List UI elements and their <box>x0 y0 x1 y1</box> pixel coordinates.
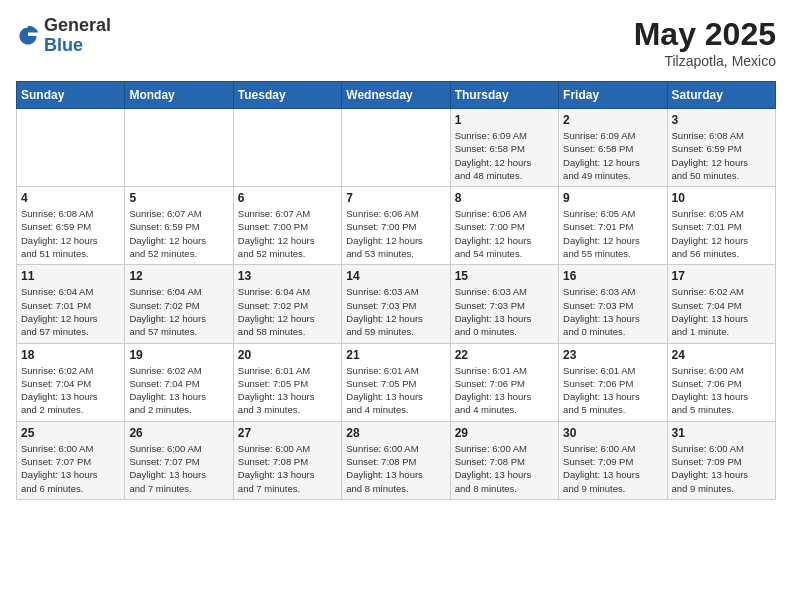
calendar-cell: 1Sunrise: 6:09 AM Sunset: 6:58 PM Daylig… <box>450 109 558 187</box>
calendar-cell: 28Sunrise: 6:00 AM Sunset: 7:08 PM Dayli… <box>342 421 450 499</box>
title-area: May 2025 Tilzapotla, Mexico <box>634 16 776 69</box>
logo-general-text: General <box>44 15 111 35</box>
day-of-week-header: Wednesday <box>342 82 450 109</box>
day-number: 2 <box>563 113 662 127</box>
day-number: 20 <box>238 348 337 362</box>
logo: General Blue <box>16 16 111 56</box>
day-info: Sunrise: 6:08 AM Sunset: 6:59 PM Dayligh… <box>672 129 771 182</box>
general-blue-logo-icon <box>16 24 40 48</box>
calendar-cell <box>342 109 450 187</box>
calendar-cell: 13Sunrise: 6:04 AM Sunset: 7:02 PM Dayli… <box>233 265 341 343</box>
calendar-cell: 12Sunrise: 6:04 AM Sunset: 7:02 PM Dayli… <box>125 265 233 343</box>
day-info: Sunrise: 6:00 AM Sunset: 7:09 PM Dayligh… <box>563 442 662 495</box>
day-number: 24 <box>672 348 771 362</box>
day-number: 9 <box>563 191 662 205</box>
day-number: 29 <box>455 426 554 440</box>
day-number: 12 <box>129 269 228 283</box>
day-of-week-header: Friday <box>559 82 667 109</box>
day-info: Sunrise: 6:05 AM Sunset: 7:01 PM Dayligh… <box>563 207 662 260</box>
calendar-cell: 15Sunrise: 6:03 AM Sunset: 7:03 PM Dayli… <box>450 265 558 343</box>
day-info: Sunrise: 6:00 AM Sunset: 7:07 PM Dayligh… <box>129 442 228 495</box>
calendar-cell: 29Sunrise: 6:00 AM Sunset: 7:08 PM Dayli… <box>450 421 558 499</box>
calendar-cell <box>17 109 125 187</box>
day-number: 31 <box>672 426 771 440</box>
day-number: 27 <box>238 426 337 440</box>
day-info: Sunrise: 6:01 AM Sunset: 7:06 PM Dayligh… <box>563 364 662 417</box>
calendar-cell: 2Sunrise: 6:09 AM Sunset: 6:58 PM Daylig… <box>559 109 667 187</box>
day-number: 7 <box>346 191 445 205</box>
day-info: Sunrise: 6:06 AM Sunset: 7:00 PM Dayligh… <box>455 207 554 260</box>
day-info: Sunrise: 6:01 AM Sunset: 7:05 PM Dayligh… <box>238 364 337 417</box>
day-info: Sunrise: 6:03 AM Sunset: 7:03 PM Dayligh… <box>455 285 554 338</box>
day-of-week-header: Monday <box>125 82 233 109</box>
day-of-week-header: Tuesday <box>233 82 341 109</box>
day-info: Sunrise: 6:03 AM Sunset: 7:03 PM Dayligh… <box>563 285 662 338</box>
calendar-cell: 4Sunrise: 6:08 AM Sunset: 6:59 PM Daylig… <box>17 187 125 265</box>
day-number: 16 <box>563 269 662 283</box>
calendar-cell: 11Sunrise: 6:04 AM Sunset: 7:01 PM Dayli… <box>17 265 125 343</box>
calendar-header-row: SundayMondayTuesdayWednesdayThursdayFrid… <box>17 82 776 109</box>
day-number: 10 <box>672 191 771 205</box>
calendar-cell: 20Sunrise: 6:01 AM Sunset: 7:05 PM Dayli… <box>233 343 341 421</box>
month-year-title: May 2025 <box>634 16 776 53</box>
day-info: Sunrise: 6:00 AM Sunset: 7:08 PM Dayligh… <box>238 442 337 495</box>
day-info: Sunrise: 6:07 AM Sunset: 7:00 PM Dayligh… <box>238 207 337 260</box>
day-info: Sunrise: 6:04 AM Sunset: 7:02 PM Dayligh… <box>238 285 337 338</box>
day-number: 15 <box>455 269 554 283</box>
day-info: Sunrise: 6:02 AM Sunset: 7:04 PM Dayligh… <box>672 285 771 338</box>
day-info: Sunrise: 6:01 AM Sunset: 7:06 PM Dayligh… <box>455 364 554 417</box>
day-info: Sunrise: 6:01 AM Sunset: 7:05 PM Dayligh… <box>346 364 445 417</box>
day-info: Sunrise: 6:00 AM Sunset: 7:06 PM Dayligh… <box>672 364 771 417</box>
calendar-cell: 10Sunrise: 6:05 AM Sunset: 7:01 PM Dayli… <box>667 187 775 265</box>
day-info: Sunrise: 6:07 AM Sunset: 6:59 PM Dayligh… <box>129 207 228 260</box>
day-number: 22 <box>455 348 554 362</box>
day-info: Sunrise: 6:00 AM Sunset: 7:08 PM Dayligh… <box>455 442 554 495</box>
calendar-table: SundayMondayTuesdayWednesdayThursdayFrid… <box>16 81 776 500</box>
calendar-week-row: 18Sunrise: 6:02 AM Sunset: 7:04 PM Dayli… <box>17 343 776 421</box>
calendar-cell: 6Sunrise: 6:07 AM Sunset: 7:00 PM Daylig… <box>233 187 341 265</box>
day-number: 3 <box>672 113 771 127</box>
day-info: Sunrise: 6:09 AM Sunset: 6:58 PM Dayligh… <box>455 129 554 182</box>
day-number: 8 <box>455 191 554 205</box>
day-number: 23 <box>563 348 662 362</box>
calendar-cell: 27Sunrise: 6:00 AM Sunset: 7:08 PM Dayli… <box>233 421 341 499</box>
day-number: 11 <box>21 269 120 283</box>
calendar-cell <box>125 109 233 187</box>
day-info: Sunrise: 6:05 AM Sunset: 7:01 PM Dayligh… <box>672 207 771 260</box>
day-info: Sunrise: 6:03 AM Sunset: 7:03 PM Dayligh… <box>346 285 445 338</box>
day-number: 26 <box>129 426 228 440</box>
day-info: Sunrise: 6:06 AM Sunset: 7:00 PM Dayligh… <box>346 207 445 260</box>
day-number: 6 <box>238 191 337 205</box>
day-number: 30 <box>563 426 662 440</box>
page-header: General Blue May 2025 Tilzapotla, Mexico <box>16 16 776 69</box>
day-info: Sunrise: 6:00 AM Sunset: 7:08 PM Dayligh… <box>346 442 445 495</box>
calendar-cell: 23Sunrise: 6:01 AM Sunset: 7:06 PM Dayli… <box>559 343 667 421</box>
calendar-week-row: 11Sunrise: 6:04 AM Sunset: 7:01 PM Dayli… <box>17 265 776 343</box>
day-info: Sunrise: 6:08 AM Sunset: 6:59 PM Dayligh… <box>21 207 120 260</box>
calendar-cell: 24Sunrise: 6:00 AM Sunset: 7:06 PM Dayli… <box>667 343 775 421</box>
logo-blue-text: Blue <box>44 35 83 55</box>
calendar-week-row: 1Sunrise: 6:09 AM Sunset: 6:58 PM Daylig… <box>17 109 776 187</box>
day-number: 25 <box>21 426 120 440</box>
day-number: 4 <box>21 191 120 205</box>
day-number: 14 <box>346 269 445 283</box>
calendar-cell: 26Sunrise: 6:00 AM Sunset: 7:07 PM Dayli… <box>125 421 233 499</box>
day-of-week-header: Saturday <box>667 82 775 109</box>
location-subtitle: Tilzapotla, Mexico <box>634 53 776 69</box>
calendar-cell: 7Sunrise: 6:06 AM Sunset: 7:00 PM Daylig… <box>342 187 450 265</box>
calendar-cell: 3Sunrise: 6:08 AM Sunset: 6:59 PM Daylig… <box>667 109 775 187</box>
day-number: 1 <box>455 113 554 127</box>
day-info: Sunrise: 6:00 AM Sunset: 7:07 PM Dayligh… <box>21 442 120 495</box>
calendar-cell: 8Sunrise: 6:06 AM Sunset: 7:00 PM Daylig… <box>450 187 558 265</box>
calendar-cell: 19Sunrise: 6:02 AM Sunset: 7:04 PM Dayli… <box>125 343 233 421</box>
day-info: Sunrise: 6:02 AM Sunset: 7:04 PM Dayligh… <box>21 364 120 417</box>
calendar-cell: 25Sunrise: 6:00 AM Sunset: 7:07 PM Dayli… <box>17 421 125 499</box>
day-number: 19 <box>129 348 228 362</box>
day-number: 28 <box>346 426 445 440</box>
calendar-cell: 16Sunrise: 6:03 AM Sunset: 7:03 PM Dayli… <box>559 265 667 343</box>
day-info: Sunrise: 6:00 AM Sunset: 7:09 PM Dayligh… <box>672 442 771 495</box>
calendar-cell: 31Sunrise: 6:00 AM Sunset: 7:09 PM Dayli… <box>667 421 775 499</box>
day-info: Sunrise: 6:04 AM Sunset: 7:01 PM Dayligh… <box>21 285 120 338</box>
calendar-week-row: 4Sunrise: 6:08 AM Sunset: 6:59 PM Daylig… <box>17 187 776 265</box>
day-of-week-header: Sunday <box>17 82 125 109</box>
